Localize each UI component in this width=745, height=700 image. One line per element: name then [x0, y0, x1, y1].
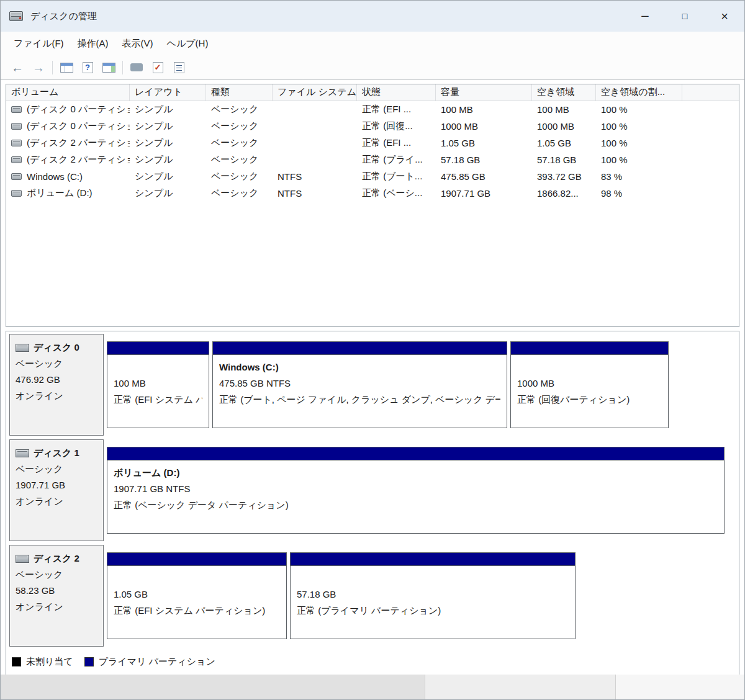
partition-windows-c[interactable]: Windows (C:) 475.85 GB NTFS 正常 (ブート, ページ… — [212, 341, 507, 428]
titlebar: ディスクの管理 ─ □ × — [1, 1, 744, 32]
footer-strip — [1, 675, 744, 699]
legend-item-unallocated: 未割り当て — [12, 656, 73, 668]
partition-size: 57.18 GB — [297, 586, 569, 603]
column-header-free-pct[interactable]: 空き領域の割... — [596, 84, 682, 101]
legend-label: プライマリ パーティション — [99, 656, 215, 668]
disk-icon — [16, 449, 29, 457]
partition-volume-d[interactable]: ボリューム (D:) 1907.71 GB NTFS 正常 (ベーシック データ… — [107, 447, 725, 534]
layout-cell: シンプル — [130, 137, 206, 149]
disk-size: 58.23 GB — [16, 583, 97, 599]
status-cell: 正常 (ベーシ... — [357, 187, 436, 199]
legend-item-primary: プライマリ パーティション — [84, 656, 215, 668]
column-header-capacity[interactable]: 容量 — [436, 84, 532, 101]
disk-size: 476.92 GB — [16, 372, 97, 388]
capacity-cell: 1.05 GB — [436, 138, 532, 148]
primary-partition-swatch-icon — [84, 657, 94, 666]
menu-file[interactable]: ファイル(F) — [7, 35, 71, 53]
legend: 未割り当て プライマリ パーティション — [9, 650, 736, 668]
layout-cell: シンプル — [130, 120, 206, 132]
partition-size: 100 MB — [114, 375, 202, 392]
column-header-volume[interactable]: ボリューム — [6, 84, 130, 101]
disk-0-header[interactable]: ディスク 0 ベーシック 476.92 GB オンライン — [9, 334, 104, 436]
partition-efi[interactable]: 1.05 GB 正常 (EFI システム パーティション) — [107, 552, 287, 639]
free-cell: 1000 MB — [532, 121, 596, 132]
check-disk-button[interactable]: ✓ — [147, 58, 168, 77]
table-row[interactable]: (ディスク 0 パーティショ... シンプル ベーシック 正常 (EFI ...… — [6, 101, 739, 118]
disk-2-header[interactable]: ディスク 2 ベーシック 58.23 GB オンライン — [9, 545, 104, 647]
console-tree-icon — [60, 63, 73, 73]
console-tree-button[interactable] — [56, 58, 77, 77]
free-cell: 57.18 GB — [532, 155, 596, 165]
table-row[interactable]: (ディスク 2 パーティショ... シンプル ベーシック 正常 (EFI ...… — [6, 135, 739, 151]
properties-icon — [174, 62, 184, 73]
close-button[interactable]: × — [705, 1, 744, 32]
table-row[interactable]: ボリューム (D:) シンプル ベーシック NTFS 正常 (ベーシ... 19… — [6, 185, 739, 202]
window-controls: ─ □ × — [625, 1, 744, 32]
volume-icon — [11, 106, 22, 113]
volume-icon — [11, 190, 22, 197]
partition-efi[interactable]: 100 MB 正常 (EFI システム パ — [107, 341, 209, 428]
free-cell: 100 MB — [532, 104, 596, 115]
table-row[interactable]: (ディスク 2 パーティショ... シンプル ベーシック 正常 (プライ... … — [6, 151, 739, 168]
disk-status: オンライン — [16, 493, 97, 509]
volume-name: (ディスク 2 パーティショ... — [27, 137, 130, 149]
column-header-layout[interactable]: レイアウト — [130, 84, 206, 101]
disk-type: ベーシック — [16, 356, 97, 372]
column-header-filesystem[interactable]: ファイル システム — [273, 84, 357, 101]
free-pct-cell: 98 % — [596, 188, 682, 199]
menu-view[interactable]: 表示(V) — [115, 35, 160, 53]
action-pane-button[interactable] — [98, 58, 119, 77]
column-header-type[interactable]: 種類 — [206, 84, 273, 101]
unallocated-swatch-icon — [12, 657, 21, 666]
type-cell: ベーシック — [206, 104, 273, 115]
help-button[interactable]: ? — [77, 58, 98, 77]
table-row[interactable]: Windows (C:) シンプル ベーシック NTFS 正常 (ブート... … — [6, 168, 739, 185]
menu-action[interactable]: 操作(A) — [71, 35, 115, 53]
partition-size: 1.05 GB — [114, 586, 280, 603]
partition-status: 正常 (EFI システム パ — [114, 392, 202, 408]
maximize-button[interactable]: □ — [665, 1, 705, 32]
status-cell: 正常 (ブート... — [357, 171, 436, 182]
partition-color-band — [107, 342, 209, 355]
callout-button[interactable] — [126, 58, 147, 77]
disk-icon — [16, 555, 29, 563]
volume-icon — [11, 173, 22, 180]
toolbar: ← → ? ✓ — [1, 55, 744, 80]
capacity-cell: 57.18 GB — [436, 155, 532, 165]
free-pct-cell: 100 % — [596, 138, 682, 148]
partition-recovery[interactable]: 1000 MB 正常 (回復パーティション) — [510, 341, 669, 428]
minimize-button[interactable]: ─ — [625, 1, 665, 32]
disk-1-header[interactable]: ディスク 1 ベーシック 1907.71 GB オンライン — [9, 439, 104, 541]
table-header: ボリューム レイアウト 種類 ファイル システム 状態 容量 空き領域 空き領域… — [6, 84, 739, 101]
disk-row-1: ディスク 1 ベーシック 1907.71 GB オンライン ボリューム (D:)… — [9, 439, 736, 541]
partition-color-band — [511, 342, 668, 355]
column-header-free[interactable]: 空き領域 — [532, 84, 596, 101]
volume-icon — [11, 123, 22, 130]
app-icon — [9, 11, 23, 21]
free-cell: 1.05 GB — [532, 138, 596, 148]
status-cell: 正常 (プライ... — [357, 154, 436, 166]
volume-name: ボリューム (D:) — [27, 187, 93, 199]
volume-icon — [11, 156, 22, 163]
menu-help[interactable]: ヘルプ(H) — [160, 35, 215, 53]
disk-name: ディスク 1 — [34, 445, 79, 461]
partition-name: ボリューム (D:) — [114, 465, 718, 481]
partition-name — [297, 570, 569, 586]
table-row[interactable]: (ディスク 0 パーティショ... シンプル ベーシック 正常 (回復... 1… — [6, 118, 739, 135]
toolbar-separator — [122, 61, 123, 74]
disk-management-window: ディスクの管理 ─ □ × ファイル(F) 操作(A) 表示(V) ヘルプ(H)… — [0, 0, 745, 700]
column-header-filler — [682, 84, 739, 101]
status-cell: 正常 (EFI ... — [357, 137, 436, 149]
partition-status: 正常 (ベーシック データ パーティション) — [114, 497, 718, 513]
capacity-cell: 1000 MB — [436, 121, 532, 132]
action-pane-icon — [102, 63, 115, 73]
free-pct-cell: 83 % — [596, 171, 682, 182]
back-button[interactable]: ← — [7, 58, 28, 77]
partition-primary[interactable]: 57.18 GB 正常 (プライマリ パーティション) — [290, 552, 576, 639]
column-header-status[interactable]: 状態 — [357, 84, 436, 101]
properties-button[interactable] — [168, 58, 189, 77]
disk-row-2: ディスク 2 ベーシック 58.23 GB オンライン 1.05 GB 正常 (… — [9, 545, 736, 647]
free-cell: 1866.82... — [532, 188, 596, 199]
disk-icon — [16, 344, 29, 352]
forward-button[interactable]: → — [28, 58, 49, 77]
